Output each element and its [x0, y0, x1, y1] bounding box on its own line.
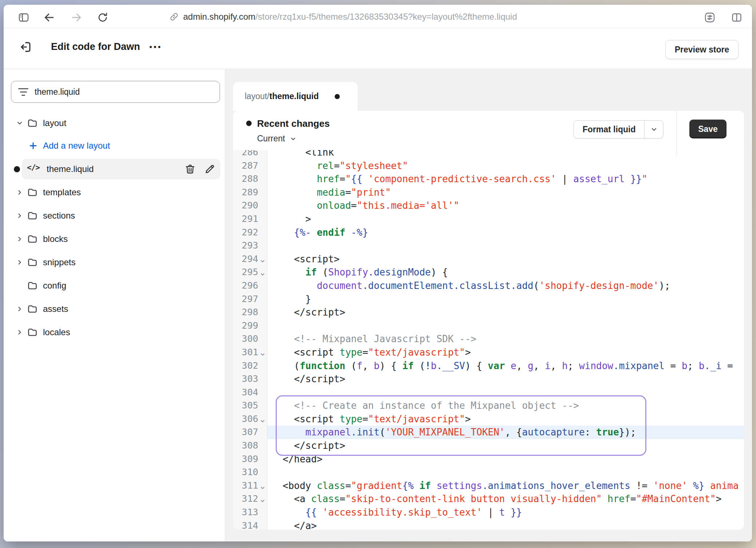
sidebar-item-snippets[interactable]: snippets	[4, 254, 225, 270]
back-icon[interactable]	[43, 11, 55, 24]
chevron-down-icon[interactable]	[15, 119, 24, 128]
code-text[interactable]: media="print"	[267, 186, 744, 199]
code-text[interactable]: href="{{ 'component-predictive-search.cs…	[267, 172, 744, 186]
code-text[interactable]: <a class="skip-to-content-link button vi…	[267, 492, 744, 506]
sidebar-item-sections[interactable]: sections	[4, 208, 225, 224]
file-search-box[interactable]	[11, 81, 220, 103]
fold-chevron-icon[interactable]	[260, 255, 266, 261]
chevron-right-icon[interactable]	[15, 211, 24, 220]
code-text[interactable]: </head>	[267, 453, 744, 466]
code-line[interactable]: 289media="print"	[233, 186, 744, 199]
chevron-right-icon[interactable]	[15, 188, 24, 197]
code-text[interactable]: document.documentElement.classList.add('…	[267, 279, 744, 293]
code-text[interactable]	[267, 239, 744, 253]
code-line[interactable]: 302(function (f, b) { if (!b.__SV) { var…	[233, 359, 744, 373]
code-line[interactable]: 304	[233, 386, 744, 399]
code-line[interactable]: 311<body class="gradient{% if settings.a…	[233, 479, 744, 493]
code-text[interactable]: {%- endif -%}	[267, 226, 744, 239]
code-line[interactable]: 295if (Shopify.designMode) {	[233, 266, 744, 279]
code-text[interactable]: rel="stylesheet"	[267, 159, 744, 173]
code-line[interactable]: 312<a class="skip-to-content-link button…	[233, 492, 744, 506]
code-line[interactable]: 291>	[233, 212, 744, 226]
reload-icon[interactable]	[97, 11, 109, 24]
code-line[interactable]: 298</script>	[233, 306, 744, 319]
rename-file-icon[interactable]	[204, 163, 216, 175]
code-line[interactable]: 301<script type="text/javascript">	[233, 346, 744, 359]
version-selector[interactable]: Current	[257, 134, 297, 144]
code-text[interactable]: if (Shopify.designMode) {	[267, 266, 744, 279]
code-line[interactable]: 299	[233, 319, 744, 333]
sidebar-item-theme.liquid[interactable]: </>theme.liquid	[4, 161, 225, 177]
exit-editor-icon[interactable]	[18, 39, 33, 55]
chevron-right-icon[interactable]	[15, 328, 24, 337]
code-text[interactable]: <script type="text/javascript">	[267, 346, 744, 359]
search-input[interactable]	[35, 87, 195, 97]
more-options-button[interactable]: •••	[149, 42, 162, 52]
code-text[interactable]: (function (f, b) { if (!b.__SV) { var e,…	[267, 359, 744, 373]
code-text[interactable]: <!-- Create an instance of the Mixpanel …	[267, 399, 744, 412]
code-line[interactable]: 314</a>	[233, 519, 744, 530]
code-text[interactable]: </script>	[267, 372, 744, 386]
code-line[interactable]: 293	[233, 239, 744, 253]
code-line[interactable]: 310	[233, 466, 744, 479]
code-text[interactable]: onload="this.media='all'"	[267, 199, 744, 212]
sidebar-item-config[interactable]: config	[4, 278, 225, 294]
code-text[interactable]: <body class="gradient{% if settings.anim…	[267, 479, 744, 493]
sidebar-action-add-a-new-layout[interactable]: Add a new layout	[4, 138, 225, 154]
code-line[interactable]: 313{{ 'accessibility.skip_to_text' | t }…	[233, 506, 744, 519]
sidebar-toggle-icon[interactable]	[17, 11, 30, 24]
code-line[interactable]: 292{%- endif -%}	[233, 226, 744, 239]
code-line[interactable]: 288href="{{ 'component-predictive-search…	[233, 172, 744, 186]
code-line[interactable]: 296document.documentElement.classList.ad…	[233, 279, 744, 293]
code-text[interactable]: </a>	[267, 519, 744, 530]
preview-store-button[interactable]: Preview store	[665, 40, 739, 59]
format-options-chevron[interactable]	[644, 121, 663, 138]
sidebar-item-assets[interactable]: assets	[4, 301, 225, 317]
code-text[interactable]: mixpanel.init('YOUR_MIXPANEL_TOKEN', {au…	[267, 426, 744, 439]
code-text[interactable]	[267, 386, 744, 399]
code-text[interactable]: </script>	[267, 306, 744, 319]
code-text[interactable]: }	[267, 293, 744, 306]
code-line[interactable]: 305<!-- Create an instance of the Mixpan…	[233, 399, 744, 412]
code-text[interactable]: <script>	[267, 253, 744, 266]
forward-icon[interactable]	[70, 11, 83, 24]
code-line[interactable]: 287rel="stylesheet"	[233, 159, 744, 173]
code-line[interactable]: 297}	[233, 293, 744, 306]
code-line[interactable]: 290onload="this.media='all'"	[233, 199, 744, 212]
tab-theme-liquid[interactable]: layout/theme.liquid	[233, 82, 358, 111]
code-line[interactable]: 303</script>	[233, 372, 744, 386]
code-line[interactable]: 309</head>	[233, 453, 744, 466]
sidebar-item-locales[interactable]: locales	[4, 324, 225, 340]
fold-chevron-icon[interactable]	[260, 481, 266, 488]
fold-chevron-icon[interactable]	[260, 348, 266, 355]
code-line[interactable]: 307mixpanel.init('YOUR_MIXPANEL_TOKEN', …	[233, 426, 744, 439]
sidebar-item-layout[interactable]: layout	[4, 115, 225, 131]
chevron-right-icon[interactable]	[15, 235, 24, 243]
code-text[interactable]	[267, 319, 744, 333]
code-text[interactable]: <!-- Mixpanel Javascript SDK -->	[267, 332, 744, 346]
code-editor[interactable]: 286<link287rel="stylesheet"288href="{{ '…	[233, 150, 744, 530]
fold-chevron-icon[interactable]	[260, 415, 266, 421]
code-text[interactable]: <script type="text/javascript">	[267, 412, 744, 426]
address-bar[interactable]: admin.shopify.com/store/rzq1xu-f5/themes…	[169, 5, 517, 28]
code-line[interactable]: 306<script type="text/javascript">	[233, 412, 744, 426]
code-line[interactable]: 294<script>	[233, 253, 744, 266]
code-text[interactable]	[267, 466, 744, 479]
sidebar-item-blocks[interactable]: blocks	[4, 231, 225, 247]
chevron-right-icon[interactable]	[15, 305, 24, 313]
split-view-icon[interactable]	[731, 11, 743, 24]
code-line[interactable]: 286<link	[233, 150, 744, 159]
chevron-right-icon[interactable]	[15, 258, 24, 267]
sidebar-item-templates[interactable]: templates	[4, 184, 225, 200]
code-text[interactable]: {{ 'accessibility.skip_to_text' | t }}	[267, 506, 744, 519]
code-text[interactable]: </script>	[267, 439, 744, 453]
code-text[interactable]: >	[267, 212, 744, 226]
fold-chevron-icon[interactable]	[260, 494, 266, 501]
page-settings-icon[interactable]	[704, 11, 716, 24]
save-button[interactable]: Save	[689, 120, 727, 138]
code-line[interactable]: 308</script>	[233, 439, 744, 453]
delete-file-icon[interactable]	[184, 163, 196, 175]
code-line[interactable]: 300<!-- Mixpanel Javascript SDK -->	[233, 332, 744, 346]
format-liquid-button[interactable]: Format liquid	[574, 120, 664, 138]
code-text[interactable]: <link	[267, 150, 744, 159]
